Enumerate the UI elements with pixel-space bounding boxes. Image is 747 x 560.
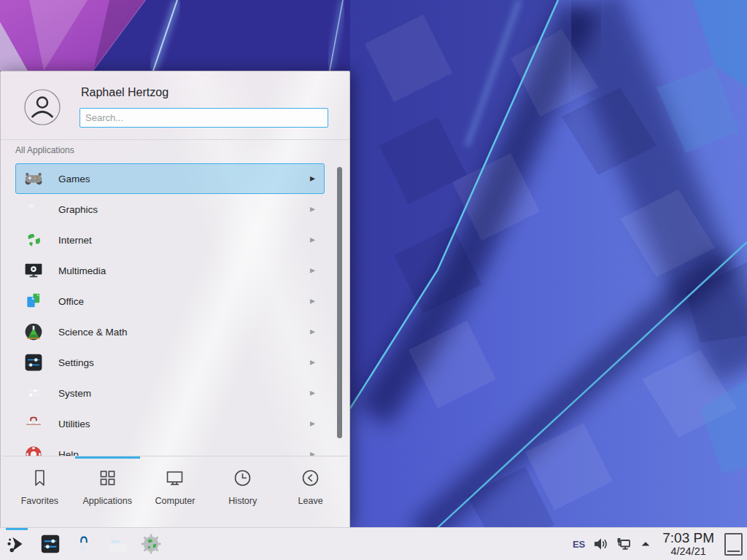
chevron-right-icon: ▸ <box>310 448 315 456</box>
keyboard-layout-indicator[interactable]: ES <box>573 539 585 550</box>
history-icon <box>232 467 253 489</box>
chevron-right-icon: ▸ <box>310 326 315 336</box>
clock-date: 4/24/21 <box>662 545 714 557</box>
launcher-header: Raphael Hertzog <box>1 71 349 139</box>
category-item-internet[interactable]: Internet ▸ <box>15 225 325 255</box>
header-divider <box>1 139 349 140</box>
science-icon <box>24 322 43 341</box>
applications-icon <box>97 467 118 489</box>
chevron-right-icon: ▸ <box>310 387 315 397</box>
settings-icon <box>24 353 43 372</box>
system-icon <box>24 384 43 402</box>
utilities-icon <box>24 414 43 433</box>
category-item-system[interactable]: System ▸ <box>15 378 325 408</box>
internet-icon <box>24 230 43 249</box>
multimedia-icon <box>24 261 43 280</box>
chevron-right-icon: ▸ <box>310 357 315 367</box>
discover-icon <box>73 533 95 555</box>
games-icon <box>24 169 43 188</box>
category-item-graphics[interactable]: Graphics ▸ <box>15 194 325 225</box>
graphics-icon <box>24 200 43 219</box>
leave-icon <box>300 467 321 489</box>
tab-history[interactable]: History <box>209 456 276 527</box>
tab-leave[interactable]: Leave <box>276 456 344 527</box>
volume-icon[interactable] <box>592 536 608 552</box>
expand-tray-icon[interactable] <box>639 536 652 552</box>
taskbar-web-browser[interactable] <box>138 531 164 557</box>
tab-favorites[interactable]: Favorites <box>6 456 74 527</box>
taskbar: ES 7:03 PM 4/24/21 <box>0 527 747 560</box>
chevron-right-icon: ▸ <box>310 173 315 183</box>
taskbar-system-settings[interactable] <box>37 531 63 557</box>
chevron-right-icon: ▸ <box>310 265 315 275</box>
scrollbar[interactable] <box>337 167 342 438</box>
search-input[interactable] <box>80 108 328 128</box>
category-item-utilities[interactable]: Utilities ▸ <box>15 408 325 439</box>
category-item-science[interactable]: Science & Math ▸ <box>15 316 325 347</box>
chevron-right-icon: ▸ <box>310 203 315 214</box>
section-label: All Applications <box>15 145 74 155</box>
dolphin-icon <box>107 533 128 555</box>
taskbar-discover[interactable] <box>71 531 97 557</box>
chevron-right-icon: ▸ <box>310 418 315 428</box>
system-tray: ES 7:03 PM 4/24/21 <box>573 531 747 557</box>
chevron-right-icon: ▸ <box>310 234 315 244</box>
clock-time: 7:03 PM <box>662 531 714 545</box>
application-launcher-menu: Raphael Hertzog All Applications Games ▸… <box>0 71 350 527</box>
user-avatar[interactable] <box>24 89 61 125</box>
launcher-tab-bar: Favorites Applications Computer History … <box>1 456 349 527</box>
favorites-icon <box>29 467 50 489</box>
konqueror-icon <box>140 533 162 555</box>
tab-computer[interactable]: Computer <box>142 456 209 527</box>
kickoff-icon <box>6 533 28 555</box>
tab-applications[interactable]: Applications <box>74 456 142 527</box>
network-icon[interactable] <box>616 536 632 552</box>
category-item-office[interactable]: Office ▸ <box>15 286 325 316</box>
category-item-games[interactable]: Games ▸ <box>15 163 325 194</box>
category-item-settings[interactable]: Settings ▸ <box>15 347 325 378</box>
category-list: Games ▸ Graphics ▸ Internet ▸ Multimedia… <box>1 163 333 456</box>
taskbar-file-manager[interactable] <box>104 531 131 557</box>
office-icon <box>24 292 43 311</box>
category-item-help[interactable]: Help ▸ <box>15 439 325 456</box>
taskbar-application-launcher[interactable] <box>4 531 30 557</box>
computer-icon <box>164 467 185 489</box>
category-item-multimedia[interactable]: Multimedia ▸ <box>15 255 325 286</box>
help-icon <box>24 445 43 456</box>
user-name: Raphael Hertzog <box>81 86 169 99</box>
chevron-right-icon: ▸ <box>310 295 315 306</box>
show-desktop-button[interactable] <box>724 533 743 556</box>
digital-clock[interactable]: 7:03 PM 4/24/21 <box>662 531 714 557</box>
systemsettings-icon <box>39 533 61 555</box>
taskbar-pinned-apps <box>0 531 168 557</box>
